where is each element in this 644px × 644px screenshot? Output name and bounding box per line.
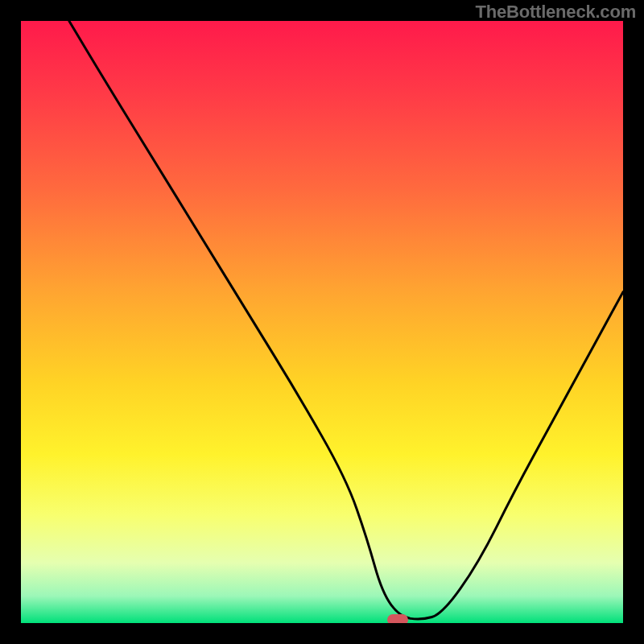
chart-frame: TheBottleneck.com bbox=[0, 0, 644, 644]
plot-area bbox=[21, 21, 623, 623]
gradient-background bbox=[21, 21, 623, 623]
chart-svg bbox=[21, 21, 623, 623]
watermark-text: TheBottleneck.com bbox=[475, 2, 636, 23]
minimum-marker bbox=[387, 614, 408, 623]
